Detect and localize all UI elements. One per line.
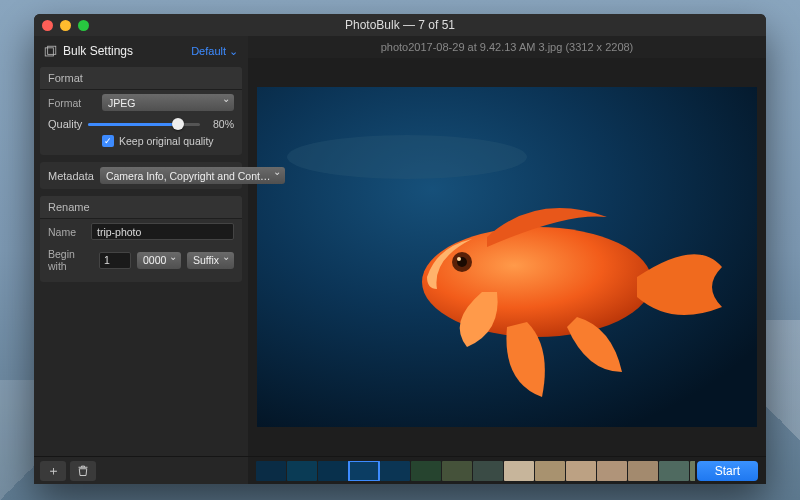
- thumbnail[interactable]: [287, 461, 317, 481]
- add-button[interactable]: ＋: [40, 461, 66, 481]
- quality-value: 80%: [206, 118, 234, 130]
- titlebar[interactable]: PhotoBulk — 7 of 51: [34, 14, 766, 36]
- preview-image: [257, 77, 757, 437]
- close-icon[interactable]: [42, 20, 53, 31]
- format-label: Format: [48, 97, 96, 109]
- thumbnail[interactable]: [349, 461, 379, 481]
- keep-original-label: Keep original quality: [119, 135, 214, 147]
- thumbnail[interactable]: [473, 461, 503, 481]
- thumbnail[interactable]: [597, 461, 627, 481]
- format-panel-header: Format: [40, 67, 242, 90]
- thumbnail[interactable]: [690, 461, 695, 481]
- minimize-icon[interactable]: [60, 20, 71, 31]
- preset-label: Default: [191, 45, 226, 57]
- app-window: PhotoBulk — 7 of 51 Bulk Settings Defaul…: [34, 14, 766, 484]
- thumbnail[interactable]: [566, 461, 596, 481]
- thumbnail[interactable]: [659, 461, 689, 481]
- window-title: PhotoBulk — 7 of 51: [34, 18, 766, 32]
- quality-slider[interactable]: [88, 117, 200, 131]
- name-input[interactable]: [91, 223, 234, 240]
- thumbnail-strip[interactable]: [256, 461, 695, 481]
- rename-panel: Rename Name Begin with 0000 Suf: [40, 196, 242, 282]
- window-controls: [42, 20, 89, 31]
- thumbnail[interactable]: [380, 461, 410, 481]
- trash-icon: [77, 465, 89, 477]
- format-panel: Format Format JPEG Quality 80%: [40, 67, 242, 155]
- thumbnail[interactable]: [628, 461, 658, 481]
- bulk-settings-icon: [44, 45, 57, 58]
- format-select[interactable]: JPEG: [102, 94, 234, 111]
- start-button[interactable]: Start: [697, 461, 758, 481]
- keep-original-checkbox[interactable]: ✓: [102, 135, 114, 147]
- rename-panel-header: Rename: [40, 196, 242, 219]
- filename-bar: photo2017-08-29 at 9.42.13 AM 3.jpg (331…: [248, 36, 766, 58]
- thumbnail[interactable]: [256, 461, 286, 481]
- zoom-icon[interactable]: [78, 20, 89, 31]
- metadata-row: Metadata Camera Info, Copyright and Cont…: [40, 162, 242, 189]
- metadata-select[interactable]: Camera Info, Copyright and Cont…: [100, 167, 285, 184]
- delete-button[interactable]: [70, 461, 96, 481]
- begin-with-input[interactable]: [99, 252, 131, 269]
- image-preview[interactable]: [248, 58, 766, 456]
- thumbnail[interactable]: [442, 461, 472, 481]
- bulk-settings-label: Bulk Settings: [63, 44, 133, 58]
- main-area: photo2017-08-29 at 9.42.13 AM 3.jpg (331…: [248, 36, 766, 484]
- quality-label: Quality: [48, 118, 82, 130]
- thumbnail[interactable]: [504, 461, 534, 481]
- position-select[interactable]: Suffix: [187, 252, 234, 269]
- thumbnail[interactable]: [535, 461, 565, 481]
- svg-point-3: [287, 135, 527, 179]
- thumbnail[interactable]: [318, 461, 348, 481]
- bottom-bar: Start: [248, 456, 766, 484]
- plus-icon: ＋: [47, 462, 60, 480]
- sidebar-footer: ＋: [34, 456, 248, 484]
- svg-point-7: [457, 257, 461, 261]
- preset-dropdown[interactable]: Default ⌄: [191, 45, 238, 58]
- sidebar: Bulk Settings Default ⌄ Format Format JP…: [34, 36, 248, 484]
- name-label: Name: [48, 226, 85, 238]
- metadata-label: Metadata: [48, 170, 94, 182]
- chevron-down-icon: ⌄: [229, 45, 238, 58]
- svg-point-4: [422, 227, 652, 337]
- padding-select[interactable]: 0000: [137, 252, 181, 269]
- thumbnail[interactable]: [411, 461, 441, 481]
- begin-with-label: Begin with: [48, 248, 93, 272]
